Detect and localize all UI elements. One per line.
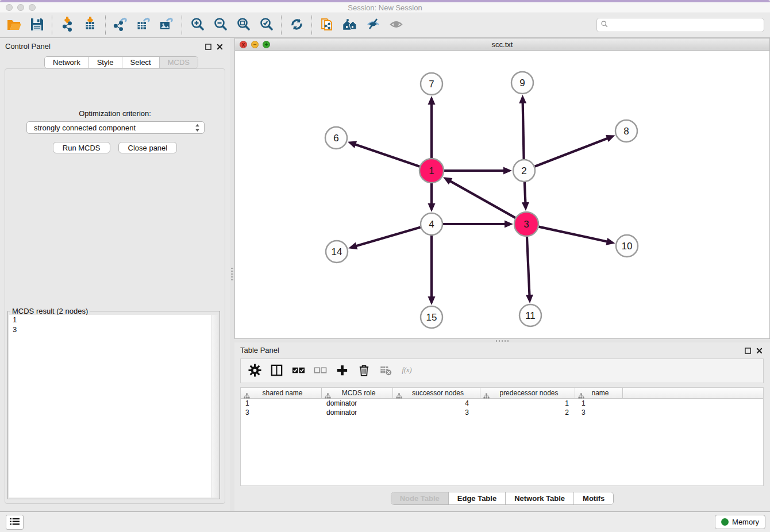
graph-node-label: 11 (525, 310, 536, 321)
home-icon (342, 17, 358, 34)
mcds-result-list[interactable]: 13 (9, 315, 218, 498)
column-header-successor-nodes[interactable]: successor nodes (393, 388, 480, 398)
columns-icon (270, 364, 283, 379)
app-window: Session: New Session Control Panel Netwo… (0, 0, 770, 532)
table-cell[interactable]: 3 (575, 408, 623, 417)
import-table-icon (83, 17, 98, 34)
float-panel-icon[interactable] (205, 42, 211, 52)
tab-node-table[interactable]: Node Table (391, 492, 449, 504)
criterion-value: strongly connected component (34, 124, 136, 132)
trash-icon (357, 364, 371, 379)
import-network-icon (60, 17, 75, 34)
export-table-button[interactable] (132, 14, 155, 36)
graph-node-label: 14 (332, 246, 342, 257)
deselect-all-columns-button (311, 361, 330, 381)
export-image-icon (159, 17, 175, 34)
table-row[interactable]: 1dominator411 (241, 399, 763, 408)
search-field[interactable] (596, 18, 764, 32)
criterion-select[interactable]: strongly connected component (26, 121, 205, 134)
import-table-button[interactable] (79, 14, 102, 36)
graph-node-label: 1 (429, 165, 434, 176)
table-cell[interactable]: 1 (575, 399, 623, 408)
close-panel-button[interactable]: Close panel (118, 142, 178, 153)
zoom-out-button[interactable] (209, 14, 232, 36)
table-panel-title: Table Panel (240, 346, 279, 354)
tab-network-table[interactable]: Network Table (506, 492, 574, 504)
function-builder-button: f(x) (398, 361, 417, 381)
export-network-button[interactable] (109, 14, 132, 36)
mcds-panel: Optimization criterion: strongly connect… (5, 68, 225, 504)
vertical-splitter[interactable] (230, 38, 234, 511)
hide-style-button[interactable] (361, 14, 384, 36)
table-cell[interactable]: 4 (393, 399, 480, 408)
graph-node-label: 6 (333, 133, 338, 144)
column-header-MCDS-role[interactable]: MCDS role (322, 388, 393, 398)
delete-column-button[interactable] (355, 361, 374, 381)
graph-node-label: 10 (622, 241, 633, 252)
tab-select[interactable]: Select (122, 57, 160, 68)
tab-edge-table[interactable]: Edge Table (449, 492, 506, 504)
create-column-button[interactable] (333, 361, 352, 381)
table-cell[interactable]: 3 (241, 408, 322, 417)
task-history-button[interactable] (6, 515, 24, 530)
import-network-button[interactable] (56, 14, 79, 36)
zoom-selected-icon (259, 17, 274, 34)
svg-text:f(x): f(x) (402, 366, 412, 374)
status-bar: Memory (0, 511, 770, 532)
network-canvas[interactable]: 7968124314101511 (235, 51, 769, 338)
tab-mcds[interactable]: MCDS (160, 57, 198, 68)
export-image-button[interactable] (155, 14, 178, 36)
graph-node-label: 3 (523, 219, 529, 230)
home-button[interactable] (338, 14, 361, 36)
table-toolbar: f(x) (240, 358, 764, 383)
zoom-fit-button[interactable] (232, 14, 255, 36)
toolbar-separator (52, 16, 52, 35)
network-view-title: scc.txt (235, 40, 769, 49)
memory-label: Memory (732, 518, 759, 526)
optimization-criterion-label: Optimization criterion: (5, 109, 225, 118)
mcds-result-fieldset: MCDS result (2 nodes) 13 (7, 311, 220, 499)
search-input[interactable] (609, 20, 764, 31)
eye-disabled-button (384, 14, 407, 36)
table-panel: Table Panel f(x) shared nameMCDS rolesuc… (234, 342, 770, 511)
plus-icon (336, 364, 349, 379)
open-session-button[interactable] (2, 14, 25, 36)
table-cell[interactable]: 2 (480, 408, 575, 417)
table-cell[interactable]: 3 (393, 408, 480, 417)
graph-node-label: 7 (429, 79, 434, 90)
select-all-columns-button[interactable] (289, 361, 308, 381)
table-options-button[interactable] (245, 361, 264, 381)
column-header-name[interactable]: name (575, 388, 623, 398)
folder-open-icon (6, 17, 22, 34)
zoom-selected-button[interactable] (255, 14, 278, 36)
tab-style[interactable]: Style (89, 57, 122, 68)
column-header-predecessor-nodes[interactable]: predecessor nodes (480, 388, 575, 398)
table-cell[interactable]: 1 (480, 399, 575, 408)
table-cell[interactable]: dominator (322, 399, 393, 408)
run-mcds-button[interactable]: Run MCDS (53, 142, 110, 153)
toolbar-separator (281, 16, 282, 35)
column-header-shared-name[interactable]: shared name (241, 388, 322, 398)
eye-gray-icon (388, 17, 404, 34)
table-row[interactable]: 3dominator323 (241, 408, 763, 417)
apply-layout-button[interactable] (285, 14, 308, 36)
zoom-in-button[interactable] (186, 14, 209, 36)
float-table-panel-icon[interactable] (745, 346, 751, 356)
table-cell[interactable]: 1 (241, 399, 322, 408)
scrollbar[interactable] (211, 315, 218, 498)
close-table-panel-icon[interactable] (756, 346, 763, 356)
show-columns-button[interactable] (267, 361, 286, 381)
save-icon (29, 17, 45, 34)
control-panel: Control Panel NetworkStyleSelectMCDS Opt… (0, 38, 230, 511)
tab-motifs[interactable]: Motifs (574, 492, 613, 504)
control-panel-tabs: NetworkStyleSelectMCDS (44, 56, 198, 68)
search-icon (600, 20, 609, 30)
memory-button[interactable]: Memory (715, 515, 765, 529)
duplicate-network-button[interactable] (315, 14, 338, 36)
network-view-window: x – + scc.txt 7968124314101511 (234, 38, 770, 339)
table-cell[interactable]: dominator (322, 408, 393, 417)
toolbar-separator (105, 16, 106, 35)
close-panel-icon[interactable] (217, 42, 223, 52)
tab-network[interactable]: Network (45, 57, 89, 68)
save-session-button[interactable] (25, 14, 48, 36)
